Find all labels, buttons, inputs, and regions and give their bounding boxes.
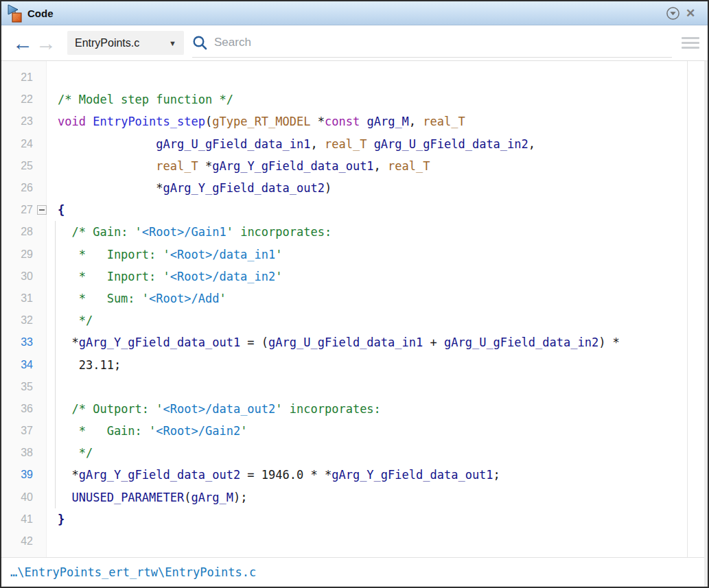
code-text: /* Model step function */	[58, 93, 233, 106]
search-icon	[192, 35, 208, 51]
file-selector-label: EntryPoints.c	[75, 37, 139, 49]
search-field	[192, 29, 672, 58]
code-text: */	[58, 446, 93, 460]
line-number[interactable]: 31	[1, 292, 33, 305]
line-number[interactable]: 35	[1, 381, 33, 393]
line-number[interactable]: 42	[1, 535, 33, 548]
code-line: 30 * Inport: '<Root>/data_in2'	[1, 266, 687, 287]
line-number[interactable]: 27	[1, 204, 33, 216]
line-number[interactable]: 22	[1, 93, 33, 106]
code-text: gArg_U_gField_data_in1, real_T gArg_U_gF…	[58, 137, 535, 151]
window-menu-button[interactable]	[664, 4, 682, 22]
line-number[interactable]: 24	[1, 138, 33, 150]
line-number[interactable]: 26	[1, 182, 33, 194]
code-line: 33 *gArg_Y_gField_data_out1 = (gArg_U_gF…	[1, 331, 687, 353]
code-line: 40 UNUSED_PARAMETER(gArg_M);	[1, 486, 687, 508]
collapse-toggle-icon[interactable]	[37, 205, 47, 215]
code-line: 32 */	[1, 309, 687, 331]
line-number[interactable]: 23	[1, 115, 33, 128]
line-number[interactable]: 37	[1, 425, 33, 437]
line-number[interactable]: 25	[1, 160, 33, 172]
line-number[interactable]: 36	[1, 403, 33, 415]
back-button[interactable]: ←	[11, 32, 34, 55]
code-text: void EntryPoints_step(gType_RT_MODEL *co…	[58, 115, 465, 128]
code-text: *gArg_Y_gField_data_out2)	[58, 181, 332, 195]
main-content: 2122/* Model step function */23void Entr…	[1, 61, 708, 587]
line-number[interactable]: 32	[1, 314, 33, 327]
code-line: 35	[1, 376, 687, 398]
code-text: UNUSED_PARAMETER(gArg_M);	[58, 491, 247, 504]
line-number[interactable]: 29	[1, 248, 33, 261]
code-line: 37 * Gain: '<Root>/Gain2'	[1, 420, 687, 442]
line-number[interactable]: 41	[1, 513, 33, 526]
code-line: 41}	[1, 508, 687, 530]
code-text: * Inport: '<Root>/data_in2'	[58, 270, 283, 283]
code-text: */	[58, 314, 93, 327]
toolbar: ← → EntryPoints.c ▼	[1, 25, 708, 61]
line-number[interactable]: 28	[1, 226, 33, 238]
code-text: *gArg_Y_gField_data_out2 = 1946.0 * *gAr…	[58, 468, 500, 482]
code-line: 29 * Inport: '<Root>/data_in1'	[1, 244, 687, 266]
code-text: * Inport: '<Root>/data_in1'	[58, 248, 283, 261]
chevron-down-icon: ▼	[169, 39, 176, 47]
code-editor: 2122/* Model step function */23void Entr…	[1, 61, 704, 557]
code-line: 31 * Sum: '<Root>/Add'	[1, 287, 687, 309]
line-number[interactable]: 38	[1, 447, 33, 459]
hamburger-icon	[682, 42, 699, 44]
menu-button[interactable]	[682, 37, 699, 49]
code-line: 24 gArg_U_gField_data_in1, real_T gArg_U…	[1, 133, 687, 155]
code-line: 23void EntryPoints_step(gType_RT_MODEL *…	[1, 110, 687, 132]
code-window: Code ✕ ← → EntryPoints.c ▼	[0, 0, 709, 588]
code-text: }	[58, 513, 65, 526]
hamburger-icon	[682, 37, 699, 39]
close-button[interactable]: ✕	[682, 4, 699, 22]
line-number[interactable]: 39	[1, 469, 33, 481]
code-line: 26 *gArg_Y_gField_data_out2)	[1, 177, 687, 199]
code-text: /* Gain: '<Root>/Gain1' incorporates:	[58, 225, 332, 239]
line-number[interactable]: 33	[1, 336, 33, 349]
close-icon: ✕	[686, 6, 695, 21]
code-text: * Sum: '<Root>/Add'	[58, 292, 226, 305]
line-number[interactable]: 30	[1, 270, 33, 283]
line-number[interactable]: 21	[1, 71, 33, 84]
vertical-scrollbar[interactable]	[687, 61, 704, 557]
search-input[interactable]	[214, 36, 672, 49]
file-selector-dropdown[interactable]: EntryPoints.c ▼	[67, 31, 184, 55]
chevron-down-circle-icon	[666, 6, 680, 21]
fold-column	[33, 205, 58, 215]
line-number[interactable]: 34	[1, 359, 33, 371]
titlebar: Code ✕	[1, 1, 708, 25]
status-bar: …\EntryPoints_ert_rtw\EntryPoints.c	[1, 557, 704, 587]
hamburger-icon	[682, 47, 699, 49]
code-line: 34 23.11;	[1, 353, 687, 375]
fold-guide	[55, 221, 56, 508]
code-text: real_T *gArg_Y_gField_data_out1, real_T	[58, 159, 430, 173]
code-line: 39 *gArg_Y_gField_data_out2 = 1946.0 * *…	[1, 464, 687, 486]
code-text: /* Outport: '<Root>/data_out2' incorpora…	[58, 402, 381, 416]
code-line: 28 /* Gain: '<Root>/Gain1' incorporates:	[1, 221, 687, 243]
code-text: * Gain: '<Root>/Gain2'	[58, 424, 247, 438]
code-text: {	[58, 203, 65, 217]
code-line: 21	[1, 67, 687, 89]
line-number[interactable]: 40	[1, 491, 33, 504]
window-title: Code	[27, 8, 54, 19]
simulink-code-icon	[7, 4, 25, 23]
code-text: *gArg_Y_gField_data_out1 = (gArg_U_gFiel…	[58, 336, 620, 349]
code-line: 27{	[1, 199, 687, 221]
forward-button[interactable]: →	[34, 32, 58, 55]
file-path-link[interactable]: …\EntryPoints_ert_rtw\EntryPoints.c	[10, 565, 256, 579]
forward-arrow-icon: →	[36, 33, 56, 54]
code-text: 23.11;	[58, 358, 121, 372]
code-line: 22/* Model step function */	[1, 89, 687, 110]
code-line: 42	[1, 530, 687, 552]
code-line: 38 */	[1, 442, 687, 464]
code-line: 36 /* Outport: '<Root>/data_out2' incorp…	[1, 398, 687, 420]
back-arrow-icon: ←	[12, 33, 33, 54]
code-line: 25 real_T *gArg_Y_gField_data_out1, real…	[1, 155, 687, 177]
code-lines: 2122/* Model step function */23void Entr…	[1, 67, 687, 552]
